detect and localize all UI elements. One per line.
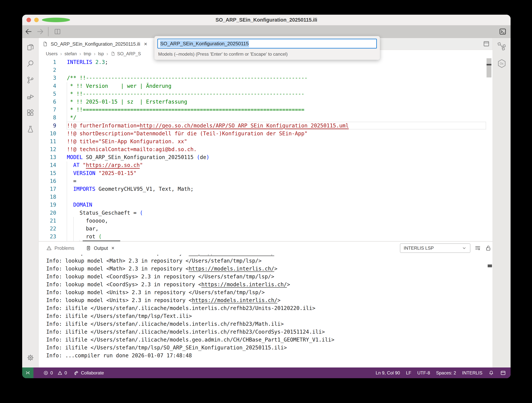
relation-diagram-icon bbox=[497, 41, 507, 51]
output-line: Info: lookup model <Math> 2.3 in reposit… bbox=[46, 265, 493, 273]
bottom-panel: Problems Output × INTERLIS LSP bbox=[39, 241, 493, 367]
editor-scrollbar[interactable] bbox=[487, 58, 491, 77]
line-number: 12 bbox=[39, 146, 67, 154]
flask-icon bbox=[26, 125, 35, 133]
sidebar-item-run-debug[interactable] bbox=[25, 89, 37, 103]
editor-group: SO_ARP_SEin_Konfiguration_20250115.ili ×… bbox=[39, 38, 493, 367]
arrow-right-icon bbox=[36, 28, 44, 36]
line-number: 7 bbox=[39, 106, 67, 114]
breadcrumb-item[interactable]: lsp bbox=[98, 51, 104, 56]
split-editor-button[interactable] bbox=[483, 40, 490, 47]
collaborate-status[interactable]: Collaborate bbox=[73, 370, 104, 376]
encoding-indicator[interactable]: UTF-8 bbox=[417, 370, 430, 376]
output-channel-select[interactable]: INTERLIS LSP bbox=[400, 243, 470, 253]
hex-tool-button[interactable]: 0x bbox=[496, 58, 507, 69]
output-log[interactable]: Info: lookup model <Text> 2.3 in reposit… bbox=[39, 255, 493, 367]
models-input[interactable]: SO_ARP_SEin_Konfiguration_20250115 bbox=[158, 39, 377, 49]
tab-problems[interactable]: Problems bbox=[46, 245, 74, 251]
link[interactable]: https://models.interlis.ch/ bbox=[189, 266, 274, 272]
warning-count: 0 bbox=[64, 370, 67, 376]
breadcrumb-item[interactable]: Users bbox=[46, 51, 58, 56]
main-area: SO_ARP_SEin_Konfiguration_20250115.ili ×… bbox=[22, 38, 511, 367]
line-number: 23 bbox=[39, 233, 67, 241]
tab-output-label: Output bbox=[94, 245, 108, 251]
line-number: 2 bbox=[39, 66, 67, 74]
manage-settings-button[interactable] bbox=[25, 351, 37, 365]
code-line: 8 */ bbox=[39, 114, 493, 122]
link[interactable]: https://models.interlis.ch/ bbox=[192, 297, 277, 303]
line-number: 21 bbox=[39, 217, 67, 225]
link[interactable]: https://arp.so.ch bbox=[86, 162, 140, 168]
breadcrumb-item[interactable]: stefan bbox=[64, 51, 77, 56]
code-line: 4 * !! Version | wer | Änderung bbox=[39, 82, 493, 90]
sidebar-item-explorer[interactable] bbox=[25, 40, 37, 55]
window-title: SO_ARP_SEin_Konfiguration_20250115.ili bbox=[215, 17, 317, 23]
tab-close-icon[interactable]: × bbox=[144, 41, 147, 47]
extensions-icon bbox=[26, 109, 35, 117]
indentation-indicator[interactable]: Spaces: 2 bbox=[436, 370, 456, 376]
line-number: 17 bbox=[39, 185, 67, 193]
output-channel-value: INTERLIS LSP bbox=[404, 245, 434, 251]
code-editor[interactable]: 1INTERLIS 2.3;23/** !!------------------… bbox=[39, 58, 493, 241]
layout-toggle-button[interactable] bbox=[500, 370, 506, 376]
open-terminal-button[interactable] bbox=[499, 27, 507, 36]
breadcrumb-item-file[interactable]: SO_ARP_S bbox=[111, 51, 141, 56]
line-number: 14 bbox=[39, 161, 67, 169]
code-line: 2 bbox=[39, 66, 493, 74]
sidebar-item-source-control[interactable] bbox=[25, 73, 37, 87]
quick-input-widget: SO_ARP_SEin_Konfiguration_20250115 Model… bbox=[154, 36, 380, 60]
output-icon bbox=[86, 245, 91, 251]
sidebar-item-search[interactable] bbox=[25, 57, 37, 71]
cursor-position[interactable]: Ln 9, Col 90 bbox=[376, 370, 400, 376]
chevron-right-icon: › bbox=[60, 51, 62, 57]
code-line: 17 IMPORTS GeometryCHLV95_V1, Text, Math… bbox=[39, 185, 493, 193]
bell-icon bbox=[488, 370, 494, 376]
breadcrumb-item[interactable]: tmp bbox=[84, 51, 91, 56]
eol-indicator[interactable]: LF bbox=[406, 370, 411, 376]
clear-output-button[interactable] bbox=[475, 245, 481, 251]
models-input-value: SO_ARP_SEin_Konfiguration_20250115 bbox=[160, 40, 249, 47]
line-number: 6 bbox=[39, 98, 67, 106]
git-branch-icon bbox=[26, 76, 35, 84]
back-button[interactable] bbox=[23, 26, 34, 37]
notifications-button[interactable] bbox=[488, 370, 494, 376]
code-lines: 1INTERLIS 2.3;23/** !!------------------… bbox=[39, 58, 493, 241]
panel-header: Problems Output × INTERLIS LSP bbox=[39, 242, 493, 255]
close-panel-icon[interactable]: × bbox=[111, 245, 114, 251]
file-icon bbox=[111, 51, 115, 56]
link[interactable]: https://models.interlis.ch/ bbox=[189, 255, 274, 256]
problems-status[interactable]: 0 0 bbox=[43, 370, 67, 376]
close-window-button[interactable] bbox=[26, 18, 31, 22]
link[interactable]: http://geo.so.ch/models/ARP/SO_ARP_SEin_… bbox=[140, 122, 349, 129]
remote-indicator[interactable] bbox=[22, 367, 33, 378]
output-line: Info: lookup model <Text> 2.3 in reposit… bbox=[46, 255, 493, 257]
output-line: Info: ilifile </Users/stefan/tmp/lsp/SO_… bbox=[46, 344, 493, 352]
zoom-window-button[interactable] bbox=[42, 18, 70, 22]
window-controls bbox=[26, 15, 70, 25]
link[interactable]: https://models.interlis.ch/ bbox=[201, 281, 287, 288]
sidebar-item-extensions[interactable] bbox=[25, 106, 37, 120]
terminal-icon bbox=[499, 28, 507, 35]
error-count-icon bbox=[43, 370, 49, 376]
toggle-sidebar-button[interactable] bbox=[52, 26, 63, 37]
line-number: 20 bbox=[39, 209, 67, 217]
tab-active-file[interactable]: SO_ARP_SEin_Konfiguration_20250115.ili × bbox=[39, 38, 167, 50]
uml-diagram-button[interactable] bbox=[496, 41, 507, 52]
output-line: Info: ...compiler run done 2026-01-07 17… bbox=[46, 352, 493, 360]
language-mode[interactable]: INTERLIS bbox=[462, 370, 482, 376]
code-line: 16 = bbox=[39, 177, 493, 185]
forward-button[interactable] bbox=[35, 26, 45, 37]
minimize-window-button[interactable] bbox=[34, 18, 39, 22]
code-line: 22 bar, bbox=[39, 225, 493, 233]
code-line: 23 rot ( bbox=[39, 233, 493, 241]
status-bar: 0 0 Collaborate Ln 9, Col 90 LF UTF-8 Sp… bbox=[22, 367, 511, 378]
sidebar-item-testing[interactable] bbox=[25, 122, 37, 136]
tab-output[interactable]: Output × bbox=[86, 245, 114, 251]
code-line: 10!!@ shortDescription="Datenmodell für … bbox=[39, 130, 493, 138]
scrollbar-cursor-mark bbox=[487, 64, 491, 65]
unlock-icon bbox=[485, 245, 491, 251]
panel-scrollbar[interactable] bbox=[488, 264, 492, 267]
split-editor-icon bbox=[483, 40, 490, 47]
code-line: 3/** !!---------------------------------… bbox=[39, 74, 493, 82]
toggle-autoscroll-button[interactable] bbox=[485, 245, 491, 251]
